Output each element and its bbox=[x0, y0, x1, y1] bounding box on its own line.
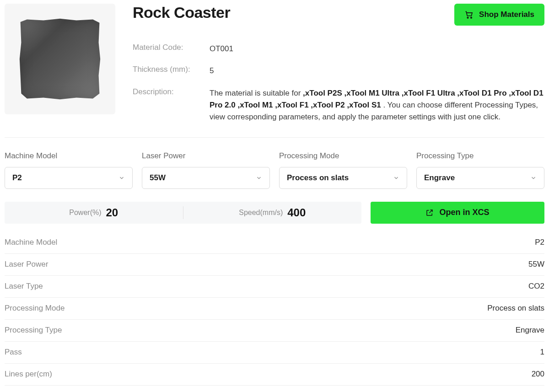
table-row: Laser Type CO2 bbox=[5, 276, 544, 298]
material-code-label: Material Code: bbox=[133, 43, 210, 55]
detail-value: Process on slats bbox=[487, 304, 544, 313]
speed-value: 400 bbox=[287, 206, 306, 219]
chevron-down-icon bbox=[530, 175, 537, 181]
detail-key: Processing Mode bbox=[5, 304, 65, 313]
rock-texture bbox=[19, 18, 101, 100]
chevron-down-icon bbox=[256, 175, 262, 181]
material-code-value: OT001 bbox=[210, 43, 544, 55]
power-stat: Power(%) 20 bbox=[5, 202, 183, 224]
detail-value: 55W bbox=[528, 260, 544, 269]
machine-model-label: Machine Model bbox=[5, 151, 133, 161]
chevron-down-icon bbox=[118, 175, 125, 181]
table-row: Machine Model P2 bbox=[5, 232, 544, 254]
chevron-down-icon bbox=[393, 175, 399, 181]
detail-key: Processing Type bbox=[5, 326, 62, 335]
table-row: Lines per(cm) 200 bbox=[5, 364, 544, 386]
description-prefix: The material is suitable for bbox=[210, 89, 303, 97]
page-title: Rock Coaster bbox=[133, 4, 230, 21]
processing-mode-label: Processing Mode bbox=[279, 151, 407, 161]
detail-key: Laser Type bbox=[5, 282, 43, 291]
cart-icon bbox=[464, 10, 474, 19]
table-row: Laser Power 55W bbox=[5, 254, 544, 276]
processing-type-value: Engrave bbox=[424, 173, 455, 183]
detail-key: Lines per(cm) bbox=[5, 370, 52, 379]
detail-value: Engrave bbox=[516, 326, 544, 335]
description-value: The material is suitable for ,xTool P2S … bbox=[210, 87, 544, 124]
detail-key: Laser Power bbox=[5, 260, 48, 269]
processing-mode-select[interactable]: Process on slats bbox=[279, 167, 407, 189]
thickness-value: 5 bbox=[210, 65, 544, 77]
detail-value: 200 bbox=[532, 370, 544, 379]
detail-value: 1 bbox=[540, 348, 544, 357]
detail-key: Machine Model bbox=[5, 238, 57, 247]
processing-type-select[interactable]: Engrave bbox=[416, 167, 544, 189]
power-value: 20 bbox=[106, 206, 118, 219]
detail-value: CO2 bbox=[528, 282, 544, 291]
detail-key: Pass bbox=[5, 348, 22, 357]
thickness-label: Thickness (mm): bbox=[133, 65, 210, 77]
machine-model-select[interactable]: P2 bbox=[5, 167, 133, 189]
speed-label: Speed(mm/s) bbox=[239, 209, 283, 217]
detail-value: P2 bbox=[535, 238, 544, 247]
laser-power-label: Laser Power bbox=[142, 151, 270, 161]
shop-materials-button[interactable]: Shop Materials bbox=[454, 4, 544, 26]
table-row: Processing Type Engrave bbox=[5, 320, 544, 342]
power-label: Power(%) bbox=[69, 209, 101, 217]
laser-power-select[interactable]: 55W bbox=[142, 167, 270, 189]
open-in-xcs-label: Open in XCS bbox=[439, 208, 489, 217]
open-in-xcs-button[interactable]: Open in XCS bbox=[371, 202, 544, 224]
processing-mode-value: Process on slats bbox=[287, 173, 349, 183]
machine-model-value: P2 bbox=[12, 173, 22, 183]
svg-point-0 bbox=[467, 17, 468, 18]
svg-point-1 bbox=[471, 17, 472, 18]
description-label: Description: bbox=[133, 87, 210, 124]
shop-materials-label: Shop Materials bbox=[479, 10, 534, 19]
external-link-icon bbox=[425, 209, 434, 217]
table-row: Processing Mode Process on slats bbox=[5, 298, 544, 320]
speed-stat: Speed(mm/s) 400 bbox=[183, 202, 362, 224]
laser-power-value: 55W bbox=[150, 173, 166, 183]
processing-type-label: Processing Type bbox=[416, 151, 544, 161]
table-row: Pass 1 bbox=[5, 342, 544, 364]
details-table: Machine Model P2 Laser Power 55W Laser T… bbox=[5, 232, 544, 386]
material-image bbox=[5, 4, 115, 114]
